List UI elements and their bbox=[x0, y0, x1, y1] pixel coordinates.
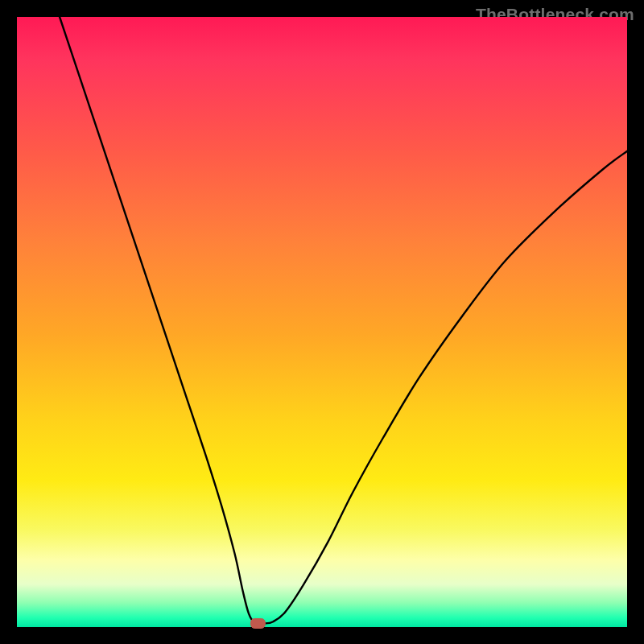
plot-area bbox=[17, 17, 627, 627]
bottleneck-curve bbox=[60, 17, 627, 624]
chart-frame: TheBottleneck.com bbox=[0, 0, 644, 644]
curve-svg bbox=[17, 17, 627, 627]
curve-minimum-marker bbox=[250, 618, 265, 628]
